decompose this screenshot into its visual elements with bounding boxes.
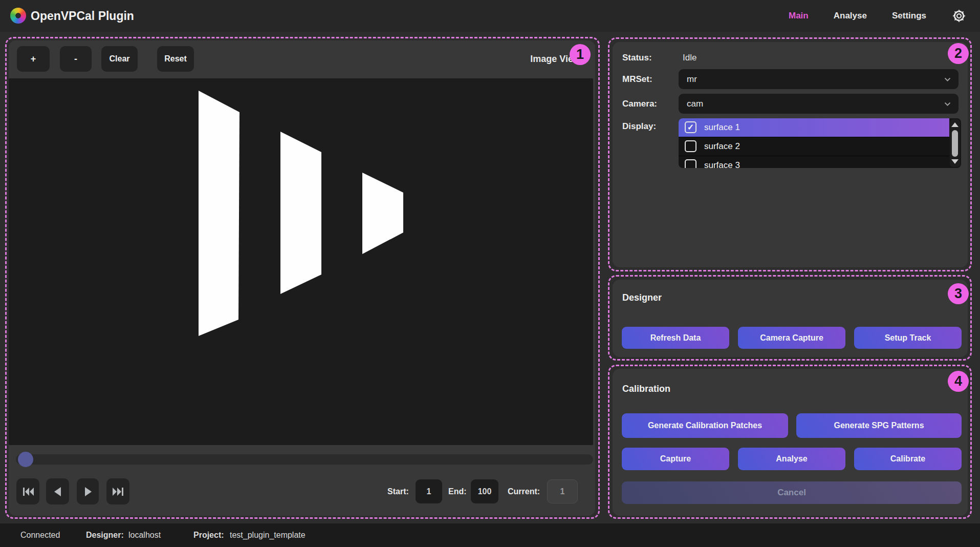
checkbox-unchecked-icon[interactable] — [685, 159, 696, 168]
skip-to-start-icon — [21, 486, 35, 498]
openvpcal-logo-icon — [10, 8, 26, 24]
calibration-title: Calibration — [622, 384, 670, 394]
checkbox-checked-icon[interactable]: ✓ — [685, 121, 696, 133]
start-frame-label: Start: — [387, 478, 409, 504]
step-back-icon — [51, 485, 65, 498]
annotation-badge-1: 1 — [570, 44, 591, 65]
current-frame-input — [547, 479, 578, 503]
end-frame-label: End: — [448, 478, 467, 504]
nav-tab-settings[interactable]: Settings — [892, 11, 926, 21]
project-value: test_plugin_template — [230, 523, 306, 547]
chevron-down-icon — [944, 77, 951, 82]
generate-spg-patterns-button[interactable]: Generate SPG Patterns — [796, 413, 962, 438]
step-back-button[interactable] — [46, 478, 69, 504]
annotation-badge-2: 2 — [948, 43, 969, 64]
nav-tab-main[interactable]: Main — [789, 11, 809, 21]
camera-label: Camera: — [622, 99, 657, 109]
timeline-slider-track[interactable] — [16, 454, 593, 465]
status-label: Status: — [622, 53, 652, 63]
nav-tab-analyse[interactable]: Analyse — [834, 11, 867, 21]
start-frame-input[interactable] — [416, 479, 442, 503]
generate-calibration-patches-button[interactable]: Generate Calibration Patches — [622, 413, 788, 438]
main-nav: Main Analyse Settings — [789, 0, 967, 32]
scrollbar-thumb[interactable] — [952, 130, 958, 157]
surface-list-item[interactable]: surface 2 — [679, 137, 949, 156]
surface-rows: ✓ surface 1 surface 2 surface 3 — [679, 118, 949, 168]
scroll-up-icon[interactable] — [951, 122, 959, 127]
image-viewer-panel: + - Clear Reset Image Viewer — [9, 40, 595, 516]
skip-to-start-button[interactable] — [16, 478, 39, 504]
setup-track-button[interactable]: Setup Track — [854, 327, 962, 349]
designer-panel: Designer Refresh Data Camera Capture Set… — [613, 280, 968, 357]
designer-host-value: localhost — [128, 523, 161, 547]
clear-button[interactable]: Clear — [101, 46, 138, 72]
surface-label: surface 3 — [704, 156, 740, 168]
status-bar: Connected Designer: localhost Project: t… — [0, 523, 980, 547]
status-value: Idle — [683, 53, 696, 63]
checkbox-unchecked-icon[interactable] — [685, 140, 696, 152]
designer-host-label: Designer: — [86, 523, 124, 547]
zoom-in-button[interactable]: + — [17, 46, 50, 72]
analyse-button[interactable]: Analyse — [738, 448, 845, 470]
camera-value: cam — [687, 94, 703, 114]
current-frame-label: Current: — [508, 478, 540, 504]
camera-dropdown[interactable]: cam — [679, 94, 959, 114]
control-panel: Status: Idle MRSet: mr Camera: cam Displ… — [613, 42, 968, 267]
surface-label: surface 2 — [704, 137, 740, 156]
display-label: Display: — [622, 121, 656, 132]
cancel-button: Cancel — [622, 481, 962, 504]
surface-label: surface 1 — [704, 118, 740, 137]
surface-list-item[interactable]: ✓ surface 1 — [679, 118, 949, 137]
capture-button[interactable]: Capture — [622, 448, 729, 470]
play-icon — [81, 485, 95, 498]
zoom-out-button[interactable]: - — [60, 46, 92, 72]
app-title: OpenVPCal Plugin — [31, 0, 134, 32]
mrset-value: mr — [687, 69, 697, 89]
calibrate-button[interactable]: Calibrate — [854, 448, 962, 470]
skip-to-end-icon — [111, 486, 125, 498]
connection-status: Connected — [20, 523, 60, 547]
designer-title: Designer — [622, 292, 662, 303]
annotation-badge-4: 4 — [948, 371, 969, 392]
viewport-canvas[interactable] — [9, 78, 593, 445]
viewport-shapes — [9, 78, 593, 445]
list-scrollbar[interactable] — [950, 119, 960, 167]
reset-button[interactable]: Reset — [157, 46, 194, 72]
annotation-badge-3: 3 — [948, 283, 969, 304]
surface-list-item[interactable]: surface 3 — [679, 156, 949, 168]
scroll-down-icon[interactable] — [951, 159, 959, 164]
mrset-dropdown[interactable]: mr — [679, 69, 959, 89]
timeline-slider-handle[interactable] — [18, 452, 33, 467]
skip-to-end-button[interactable] — [106, 478, 129, 504]
top-bar: OpenVPCal Plugin Main Analyse Settings — [0, 0, 980, 32]
mrset-label: MRSet: — [622, 74, 652, 85]
camera-capture-button[interactable]: Camera Capture — [738, 327, 845, 349]
openvpcal-plugin-window: OpenVPCal Plugin Main Analyse Settings 1… — [0, 0, 980, 547]
project-label: Project: — [193, 523, 224, 547]
display-surface-list: ✓ surface 1 surface 2 surface 3 — [679, 118, 961, 168]
chevron-down-icon — [944, 102, 951, 107]
end-frame-input[interactable] — [471, 479, 498, 503]
calibration-panel: Calibration Generate Calibration Patches… — [613, 369, 968, 516]
play-button[interactable] — [77, 478, 99, 504]
gear-icon[interactable] — [951, 8, 967, 24]
refresh-data-button[interactable]: Refresh Data — [622, 327, 729, 349]
